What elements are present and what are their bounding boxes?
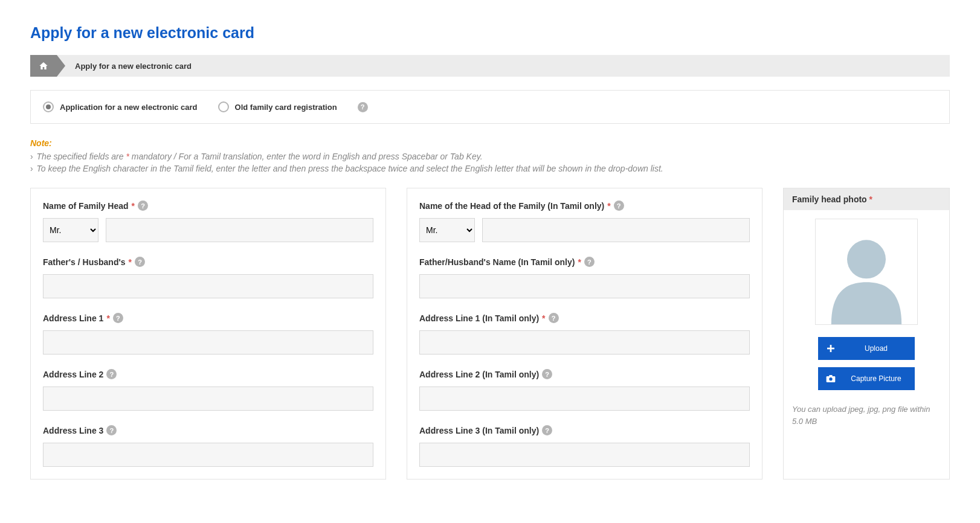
note-asterisk: * (126, 152, 129, 161)
svg-rect-2 (827, 348, 834, 350)
address3-label: Address Line 3 ? (43, 425, 373, 435)
capture-label: Capture Picture (843, 374, 915, 383)
name-head-input[interactable] (106, 218, 373, 242)
note-line-2: › To keep the English character in the T… (30, 164, 950, 173)
note-text: To keep the English character in the Tam… (37, 164, 663, 173)
help-icon[interactable]: ? (614, 201, 624, 211)
father-husband-tamil-input[interactable] (419, 274, 750, 298)
radio-indicator (218, 101, 229, 112)
address2-tamil-input[interactable] (419, 387, 750, 411)
address1-tamil-label: Address Line 1 (In Tamil only)* ? (419, 313, 750, 323)
application-type-panel: Application for a new electronic card Ol… (30, 90, 950, 124)
photo-note: You can upload jpeg, jpg, png file withi… (792, 403, 941, 427)
home-icon[interactable] (30, 55, 57, 77)
address3-input[interactable] (43, 443, 373, 467)
plus-icon (818, 344, 843, 353)
radio-old-card[interactable]: Old family card registration (218, 101, 337, 112)
help-icon[interactable]: ? (113, 313, 123, 323)
svg-point-0 (847, 240, 886, 278)
capture-button[interactable]: Capture Picture (818, 367, 915, 390)
radio-new-card[interactable]: Application for a new electronic card (43, 101, 198, 112)
radio-new-label: Application for a new electronic card (60, 103, 198, 112)
help-icon[interactable]: ? (542, 369, 552, 379)
address3-tamil-label: Address Line 3 (In Tamil only) ? (419, 425, 750, 435)
father-husband-label: Father's / Husband's* ? (43, 257, 373, 267)
svg-point-5 (829, 377, 832, 380)
page-title: Apply for a new electronic card (30, 24, 950, 42)
help-icon[interactable]: ? (106, 425, 117, 435)
father-husband-tamil-label: Father/Husband's Name (In Tamil only)* ? (419, 257, 750, 267)
title-select[interactable]: Mr. (43, 218, 98, 242)
help-icon[interactable]: ? (584, 257, 595, 267)
help-icon[interactable]: ? (135, 257, 145, 267)
address1-tamil-input[interactable] (419, 330, 750, 355)
address1-input[interactable] (43, 330, 373, 355)
help-icon[interactable]: ? (542, 425, 552, 435)
upload-label: Upload (843, 344, 915, 353)
note-text: The specified fields are (37, 152, 126, 161)
name-head-tamil-input[interactable] (482, 218, 750, 242)
form-tamil-card: Name of the Head of the Family (In Tamil… (407, 188, 762, 480)
breadcrumb: Apply for a new electronic card (30, 55, 950, 77)
upload-button[interactable]: Upload (818, 337, 915, 360)
form-english-card: Name of Family Head* ? Mr. Father's / Hu… (30, 188, 386, 480)
help-icon[interactable]: ? (549, 313, 559, 323)
help-icon[interactable]: ? (138, 201, 148, 211)
photo-header: Family head photo * (784, 188, 949, 210)
address3-tamil-input[interactable] (419, 443, 750, 467)
help-icon[interactable]: ? (106, 369, 117, 379)
breadcrumb-current: Apply for a new electronic card (75, 62, 192, 71)
address2-input[interactable] (43, 387, 373, 411)
note-label: Note: (30, 138, 950, 148)
camera-icon (818, 374, 843, 383)
radio-old-label: Old family card registration (235, 103, 337, 112)
note-text: mandatory / For a Tamil translation, ent… (132, 152, 483, 161)
note-line-1: › The specified fields are * mandatory /… (30, 152, 950, 161)
address2-tamil-label: Address Line 2 (In Tamil only) ? (419, 369, 750, 379)
father-husband-input[interactable] (43, 274, 373, 298)
photo-placeholder (815, 219, 918, 325)
title-select-tamil[interactable]: Mr. (419, 218, 475, 242)
name-head-tamil-label: Name of the Head of the Family (In Tamil… (419, 201, 750, 211)
radio-indicator-selected (43, 101, 54, 112)
notes-section: Note: › The specified fields are * manda… (30, 138, 950, 173)
photo-card: Family head photo * Upload Capture Pictu… (783, 188, 950, 480)
svg-rect-4 (829, 375, 832, 377)
address1-label: Address Line 1* ? (43, 313, 373, 323)
address2-label: Address Line 2 ? (43, 369, 373, 379)
help-icon[interactable]: ? (358, 102, 368, 112)
name-head-label: Name of Family Head* ? (43, 201, 373, 211)
